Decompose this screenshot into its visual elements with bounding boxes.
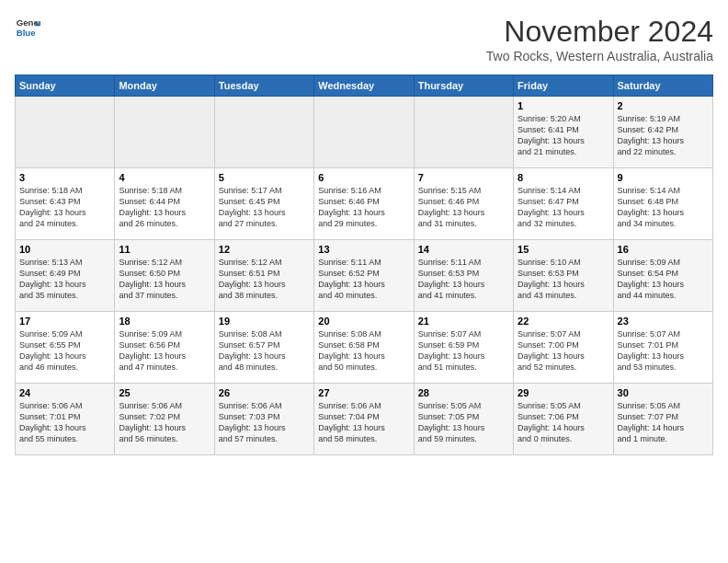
day-cell <box>115 97 214 168</box>
day-info: Sunrise: 5:13 AM Sunset: 6:49 PM Dayligh… <box>19 257 110 302</box>
day-info: Sunrise: 5:09 AM Sunset: 6:54 PM Dayligh… <box>618 257 709 302</box>
day-cell: 8Sunrise: 5:14 AM Sunset: 6:47 PM Daylig… <box>514 168 613 240</box>
day-cell: 7Sunrise: 5:15 AM Sunset: 6:46 PM Daylig… <box>414 168 513 240</box>
day-info: Sunrise: 5:08 AM Sunset: 6:57 PM Dayligh… <box>219 328 310 373</box>
day-number: 23 <box>618 316 709 327</box>
day-cell: 13Sunrise: 5:11 AM Sunset: 6:52 PM Dayli… <box>314 240 414 312</box>
day-number: 5 <box>219 172 310 183</box>
day-info: Sunrise: 5:10 AM Sunset: 6:53 PM Dayligh… <box>518 257 609 302</box>
day-cell: 15Sunrise: 5:10 AM Sunset: 6:53 PM Dayli… <box>514 240 613 312</box>
day-info: Sunrise: 5:14 AM Sunset: 6:48 PM Dayligh… <box>618 185 709 230</box>
week-row-5: 24Sunrise: 5:06 AM Sunset: 7:01 PM Dayli… <box>16 384 713 455</box>
day-cell: 21Sunrise: 5:07 AM Sunset: 6:59 PM Dayli… <box>414 312 513 384</box>
day-info: Sunrise: 5:18 AM Sunset: 6:44 PM Dayligh… <box>119 185 210 230</box>
day-cell: 16Sunrise: 5:09 AM Sunset: 6:54 PM Dayli… <box>613 240 712 312</box>
day-info: Sunrise: 5:06 AM Sunset: 7:03 PM Dayligh… <box>219 400 310 445</box>
day-cell: 9Sunrise: 5:14 AM Sunset: 6:48 PM Daylig… <box>613 168 712 240</box>
day-cell: 3Sunrise: 5:18 AM Sunset: 6:43 PM Daylig… <box>16 168 115 240</box>
column-header-wednesday: Wednesday <box>314 75 414 97</box>
day-cell: 17Sunrise: 5:09 AM Sunset: 6:55 PM Dayli… <box>16 312 115 384</box>
column-header-saturday: Saturday <box>613 75 712 97</box>
day-number: 25 <box>119 387 210 398</box>
day-info: Sunrise: 5:09 AM Sunset: 6:55 PM Dayligh… <box>19 328 110 373</box>
svg-text:Blue: Blue <box>17 28 36 38</box>
day-info: Sunrise: 5:12 AM Sunset: 6:50 PM Dayligh… <box>119 257 210 302</box>
week-row-3: 10Sunrise: 5:13 AM Sunset: 6:49 PM Dayli… <box>16 240 713 312</box>
day-info: Sunrise: 5:11 AM Sunset: 6:53 PM Dayligh… <box>418 257 509 302</box>
day-cell: 11Sunrise: 5:12 AM Sunset: 6:50 PM Dayli… <box>115 240 214 312</box>
day-cell: 2Sunrise: 5:19 AM Sunset: 6:42 PM Daylig… <box>613 97 712 168</box>
day-cell: 28Sunrise: 5:05 AM Sunset: 7:05 PM Dayli… <box>414 384 513 455</box>
page-header: General Blue November 2024 Two Rocks, We… <box>15 15 713 63</box>
calendar-table: SundayMondayTuesdayWednesdayThursdayFrid… <box>15 75 713 455</box>
day-info: Sunrise: 5:20 AM Sunset: 6:41 PM Dayligh… <box>518 113 609 158</box>
day-cell: 10Sunrise: 5:13 AM Sunset: 6:49 PM Dayli… <box>16 240 115 312</box>
day-cell: 14Sunrise: 5:11 AM Sunset: 6:53 PM Dayli… <box>414 240 513 312</box>
column-header-friday: Friday <box>514 75 613 97</box>
day-number: 21 <box>418 316 509 327</box>
header-row: SundayMondayTuesdayWednesdayThursdayFrid… <box>16 75 713 97</box>
day-cell: 5Sunrise: 5:17 AM Sunset: 6:45 PM Daylig… <box>214 168 313 240</box>
day-cell: 19Sunrise: 5:08 AM Sunset: 6:57 PM Dayli… <box>214 312 313 384</box>
day-number: 30 <box>618 387 709 398</box>
day-cell: 26Sunrise: 5:06 AM Sunset: 7:03 PM Dayli… <box>214 384 313 455</box>
day-number: 24 <box>19 387 110 398</box>
day-number: 3 <box>19 172 110 183</box>
day-number: 8 <box>518 172 609 183</box>
day-info: Sunrise: 5:17 AM Sunset: 6:45 PM Dayligh… <box>219 185 310 230</box>
day-cell: 29Sunrise: 5:05 AM Sunset: 7:06 PM Dayli… <box>514 384 613 455</box>
title-section: November 2024 Two Rocks, Western Austral… <box>486 15 713 63</box>
day-info: Sunrise: 5:07 AM Sunset: 6:59 PM Dayligh… <box>418 328 509 373</box>
week-row-4: 17Sunrise: 5:09 AM Sunset: 6:55 PM Dayli… <box>16 312 713 384</box>
day-cell: 23Sunrise: 5:07 AM Sunset: 7:01 PM Dayli… <box>613 312 712 384</box>
day-number: 10 <box>19 244 110 255</box>
day-cell: 12Sunrise: 5:12 AM Sunset: 6:51 PM Dayli… <box>214 240 313 312</box>
logo: General Blue <box>15 15 40 40</box>
day-cell: 1Sunrise: 5:20 AM Sunset: 6:41 PM Daylig… <box>514 97 613 168</box>
day-number: 7 <box>418 172 509 183</box>
day-info: Sunrise: 5:15 AM Sunset: 6:46 PM Dayligh… <box>418 185 509 230</box>
day-number: 26 <box>219 387 310 398</box>
logo-icon: General Blue <box>15 15 40 40</box>
day-cell <box>314 97 414 168</box>
day-info: Sunrise: 5:14 AM Sunset: 6:47 PM Dayligh… <box>518 185 609 230</box>
day-info: Sunrise: 5:18 AM Sunset: 6:43 PM Dayligh… <box>19 185 110 230</box>
column-header-monday: Monday <box>115 75 214 97</box>
day-number: 6 <box>318 172 409 183</box>
day-number: 14 <box>418 244 509 255</box>
day-info: Sunrise: 5:16 AM Sunset: 6:46 PM Dayligh… <box>318 185 409 230</box>
column-header-sunday: Sunday <box>16 75 115 97</box>
day-info: Sunrise: 5:07 AM Sunset: 7:01 PM Dayligh… <box>618 328 709 373</box>
day-cell <box>214 97 313 168</box>
day-number: 29 <box>518 387 609 398</box>
day-info: Sunrise: 5:09 AM Sunset: 6:56 PM Dayligh… <box>119 328 210 373</box>
day-cell: 30Sunrise: 5:05 AM Sunset: 7:07 PM Dayli… <box>613 384 712 455</box>
day-number: 16 <box>618 244 709 255</box>
day-cell: 20Sunrise: 5:08 AM Sunset: 6:58 PM Dayli… <box>314 312 414 384</box>
day-number: 1 <box>518 100 609 111</box>
week-row-1: 1Sunrise: 5:20 AM Sunset: 6:41 PM Daylig… <box>16 97 713 168</box>
column-header-thursday: Thursday <box>414 75 513 97</box>
day-info: Sunrise: 5:07 AM Sunset: 7:00 PM Dayligh… <box>518 328 609 373</box>
column-header-tuesday: Tuesday <box>214 75 313 97</box>
day-info: Sunrise: 5:05 AM Sunset: 7:07 PM Dayligh… <box>618 400 709 445</box>
day-cell: 24Sunrise: 5:06 AM Sunset: 7:01 PM Dayli… <box>16 384 115 455</box>
day-cell <box>414 97 513 168</box>
day-number: 28 <box>418 387 509 398</box>
day-number: 19 <box>219 316 310 327</box>
day-number: 2 <box>618 100 709 111</box>
day-cell: 22Sunrise: 5:07 AM Sunset: 7:00 PM Dayli… <box>514 312 613 384</box>
day-info: Sunrise: 5:19 AM Sunset: 6:42 PM Dayligh… <box>618 113 709 158</box>
day-number: 20 <box>318 316 409 327</box>
day-info: Sunrise: 5:08 AM Sunset: 6:58 PM Dayligh… <box>318 328 409 373</box>
day-info: Sunrise: 5:05 AM Sunset: 7:06 PM Dayligh… <box>518 400 609 445</box>
week-row-2: 3Sunrise: 5:18 AM Sunset: 6:43 PM Daylig… <box>16 168 713 240</box>
day-number: 22 <box>518 316 609 327</box>
subtitle: Two Rocks, Western Australia, Australia <box>486 49 713 63</box>
day-cell: 27Sunrise: 5:06 AM Sunset: 7:04 PM Dayli… <box>314 384 414 455</box>
day-cell: 18Sunrise: 5:09 AM Sunset: 6:56 PM Dayli… <box>115 312 214 384</box>
day-info: Sunrise: 5:06 AM Sunset: 7:02 PM Dayligh… <box>119 400 210 445</box>
main-title: November 2024 <box>486 15 713 49</box>
day-info: Sunrise: 5:12 AM Sunset: 6:51 PM Dayligh… <box>219 257 310 302</box>
day-number: 4 <box>119 172 210 183</box>
